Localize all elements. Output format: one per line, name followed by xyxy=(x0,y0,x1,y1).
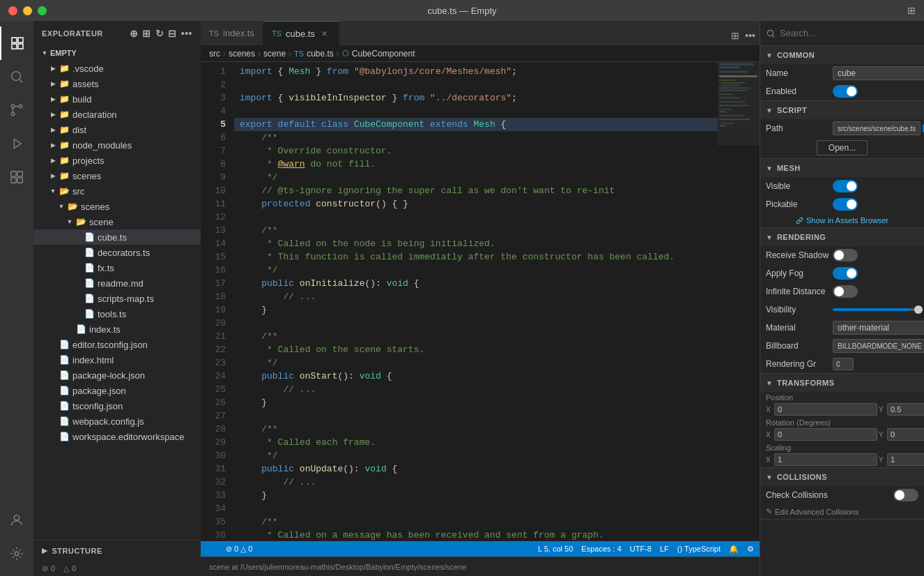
tab-close-button[interactable]: ✕ xyxy=(319,28,330,39)
rotation-y-input[interactable] xyxy=(887,428,924,441)
warning-count[interactable]: △ 0 xyxy=(63,564,76,573)
sidebar-item-tools-ts[interactable]: 📄 tools.ts xyxy=(33,306,201,321)
mesh-section-header[interactable]: ▼ Mesh xyxy=(760,159,924,177)
position-y-input[interactable] xyxy=(887,403,924,416)
visibility-slider[interactable] xyxy=(833,308,923,311)
sidebar-item-src[interactable]: ▼ 📂 src xyxy=(33,183,201,199)
sidebar-item-dist[interactable]: ▶ 📁 dist xyxy=(33,122,201,137)
enabled-toggle[interactable] xyxy=(833,85,858,98)
code-line-active: export default class CubeComponent exten… xyxy=(234,118,718,131)
breadcrumb-src[interactable]: src xyxy=(209,49,220,59)
status-encoding[interactable]: UTF-8 xyxy=(630,545,652,553)
breadcrumb-cubecomponent[interactable]: ⬡ CubeComponent xyxy=(342,49,415,59)
apply-fog-toggle[interactable] xyxy=(833,267,858,280)
refresh-icon[interactable]: ↻ xyxy=(155,28,164,39)
sidebar-item-decorators-ts[interactable]: 📄 decorators.ts xyxy=(33,245,201,260)
collisions-section-header[interactable]: ▼ Collisions xyxy=(760,468,924,486)
sidebar-item-index-html[interactable]: 📄 index.html xyxy=(33,352,201,367)
common-section-header[interactable]: ▼ Common xyxy=(760,46,924,64)
activity-account[interactable] xyxy=(0,503,33,537)
scaling-x-input[interactable] xyxy=(774,453,877,466)
name-input[interactable] xyxy=(833,66,924,80)
activity-source-control[interactable] xyxy=(0,93,33,127)
more-actions-icon[interactable]: ••• xyxy=(744,29,757,43)
sidebar-item-workspace[interactable]: 📄 workspace.editorworkspace xyxy=(33,429,201,444)
activity-settings[interactable] xyxy=(0,537,33,570)
activity-debug[interactable] xyxy=(0,127,33,160)
status-position[interactable]: L 5, col 50 xyxy=(538,545,573,553)
git-branch-item[interactable] xyxy=(206,544,217,554)
check-collisions-toggle[interactable] xyxy=(893,489,918,501)
status-eol[interactable]: LF xyxy=(660,545,669,553)
maximize-button[interactable] xyxy=(38,6,47,15)
status-settings-icon[interactable]: ⚙ xyxy=(747,545,754,554)
script-section-header[interactable]: ▼ Script xyxy=(760,101,924,119)
new-file-icon[interactable]: ⊕ xyxy=(130,28,139,39)
material-input[interactable] xyxy=(833,321,924,335)
breadcrumb-scene[interactable]: scene xyxy=(263,49,286,59)
sidebar-item-package-json[interactable]: 📄 package.json xyxy=(33,383,201,398)
sidebar-item-scenes[interactable]: ▼ 📂 scenes xyxy=(33,199,201,214)
window-controls[interactable] xyxy=(8,6,47,15)
receive-shadows-toggle[interactable] xyxy=(833,249,858,262)
sidebar-item-package-lock[interactable]: 📄 package-lock.json xyxy=(33,367,201,383)
sidebar-item-projects[interactable]: ▶ 📁 projects xyxy=(33,153,201,168)
more-icon[interactable]: ••• xyxy=(181,28,192,39)
billboard-input[interactable] xyxy=(833,339,924,353)
folder-open-icon: 📂 xyxy=(59,185,70,197)
tab-index-ts[interactable]: TS index.ts xyxy=(201,21,263,45)
status-language[interactable]: () TypeScript xyxy=(677,545,721,553)
status-feedback-icon[interactable]: 🔔 xyxy=(729,545,739,554)
collapse-icon[interactable]: ⊟ xyxy=(168,28,177,39)
sidebar-item-readme-md[interactable]: 📄 readme.md xyxy=(33,275,201,291)
sidebar-item-declaration[interactable]: ▶ 📁 declaration xyxy=(33,107,201,122)
edit-advanced-collisions-button[interactable]: ✎ Edit Advanced Collisions xyxy=(760,504,924,519)
transforms-section-header[interactable]: ▼ Transforms xyxy=(760,374,924,392)
code-line xyxy=(234,502,718,515)
sidebar-item-scene[interactable]: ▼ 📂 scene xyxy=(33,214,201,229)
sidebar-item-fx-ts[interactable]: 📄 fx.ts xyxy=(33,260,201,275)
open-button[interactable]: Open... xyxy=(817,140,868,156)
sidebar-item-webpack-config[interactable]: 📄 webpack.config.js xyxy=(33,414,201,429)
minimize-button[interactable] xyxy=(23,6,32,15)
close-button[interactable] xyxy=(8,6,17,15)
sidebar-item-cube-ts[interactable]: 📄 cube.ts xyxy=(33,229,201,245)
rotation-x-input[interactable] xyxy=(774,428,877,441)
breadcrumb-scenes[interactable]: scenes xyxy=(229,49,255,59)
sidebar-item-node-modules[interactable]: ▶ 📁 node_modules xyxy=(33,137,201,153)
sidebar-item-build[interactable]: ▶ 📁 build xyxy=(33,91,201,107)
scaling-y-input[interactable] xyxy=(887,453,924,466)
position-x-input[interactable] xyxy=(774,403,877,416)
sidebar-item-tsconfig-json[interactable]: 📄 tsconfig.json xyxy=(33,398,201,414)
new-folder-icon[interactable]: ⊞ xyxy=(142,28,151,39)
rendering-group-input[interactable] xyxy=(833,358,854,370)
sidebar-item-scripts-map-ts[interactable]: 📄 scripts-map.ts xyxy=(33,291,201,306)
error-status[interactable]: ⊘ 0 △ 0 xyxy=(226,545,252,554)
visible-toggle[interactable] xyxy=(833,180,858,192)
sidebar-item-index-ts-inner[interactable]: 📄 index.ts xyxy=(33,321,201,337)
sidebar-item-assets[interactable]: ▶ 📁 assets xyxy=(33,76,201,91)
sidebar-item-editor-tsconfig[interactable]: 📄 editor.tsconfig.json xyxy=(33,337,201,352)
sidebar-item-vscode[interactable]: ▶ 📁 .vscode xyxy=(33,61,201,76)
code-editor[interactable]: 1234 5 678910 1112131415 1617181920 2122… xyxy=(201,62,760,541)
layout-icon[interactable]: ⊞ xyxy=(907,5,916,16)
tree-root[interactable]: ▼ EMPTY xyxy=(33,45,201,61)
error-count[interactable]: ⊘ 0 xyxy=(42,564,55,573)
status-spaces[interactable]: Espaces : 4 xyxy=(581,545,621,553)
inspector-search-input[interactable] xyxy=(780,28,918,38)
pickable-toggle[interactable] xyxy=(833,198,858,211)
activity-explorer[interactable] xyxy=(0,26,33,60)
sidebar-structure-header[interactable]: ▶ STRUCTURE xyxy=(33,540,201,561)
split-editor-icon[interactable]: ⊞ xyxy=(730,29,741,43)
activity-search[interactable] xyxy=(0,60,33,93)
tab-cube-ts[interactable]: TS cube.ts ✕ xyxy=(263,21,339,45)
minimap xyxy=(718,62,760,541)
activity-extensions[interactable] xyxy=(0,160,33,194)
breadcrumb-cube-ts[interactable]: TS cube.ts xyxy=(294,49,334,59)
minimap-slider[interactable] xyxy=(718,62,760,146)
code-content[interactable]: import { Mesh } from "@babylonjs/core/Me… xyxy=(234,62,718,541)
assets-browser-link[interactable]: Show in Assets Browser xyxy=(760,213,924,227)
rendering-section-header[interactable]: ▼ Rendering xyxy=(760,228,924,246)
sidebar-item-scenes-top[interactable]: ▶ 📁 scenes xyxy=(33,168,201,183)
infinite-distance-toggle[interactable] xyxy=(833,285,858,298)
